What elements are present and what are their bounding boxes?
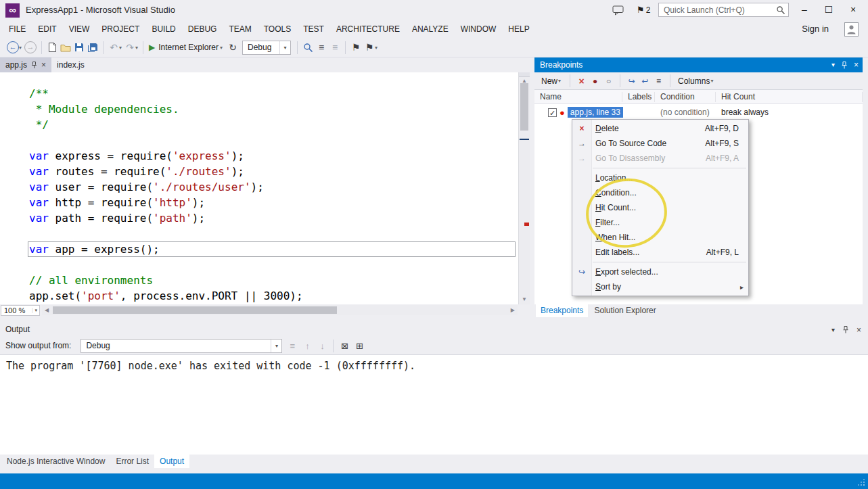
redo-dropdown-icon[interactable]: ▾ <box>135 45 138 51</box>
breakpoints-panel-titlebar[interactable]: Breakpoints ▾ × <box>534 57 863 72</box>
open-file-icon[interactable] <box>59 40 72 55</box>
scroll-left-icon[interactable]: ◀ <box>45 307 49 313</box>
navigate-forward-icon[interactable]: → <box>24 41 37 53</box>
menu-debug[interactable]: DEBUG <box>182 20 223 38</box>
quick-launch-input[interactable] <box>659 3 779 16</box>
columns-button[interactable]: Columns ▾ <box>676 76 716 86</box>
find-message-icon[interactable]: ≡ <box>285 341 300 351</box>
output-source-dropdown[interactable]: Debug ▾ <box>81 339 282 353</box>
menu-window[interactable]: WINDOW <box>455 20 503 38</box>
scrollbar-thumb[interactable] <box>53 306 337 314</box>
breakpoint-label[interactable]: app.js, line 33 <box>568 107 623 118</box>
scroll-down-icon[interactable]: ▼ <box>519 296 530 302</box>
close-panel-icon[interactable]: × <box>856 325 861 335</box>
comment-lines-icon[interactable]: ≡ <box>328 40 342 55</box>
import-breakpoints-icon[interactable]: ↩ <box>639 76 651 86</box>
context-menu-item-filter[interactable]: Filter... <box>572 215 748 230</box>
user-avatar-icon[interactable] <box>844 22 859 37</box>
go-to-source-toolbar-icon[interactable]: ≡ <box>653 76 664 86</box>
column-header-hit-count[interactable]: Hit Count <box>716 92 863 102</box>
redo-icon[interactable]: ↷ <box>123 40 137 55</box>
pin-icon[interactable] <box>841 62 848 69</box>
menu-analyze[interactable]: ANALYZE <box>406 20 455 38</box>
bottom-tab-error-list[interactable]: Error List <box>110 455 154 468</box>
previous-message-icon[interactable]: ↑ <box>300 341 315 351</box>
close-panel-icon[interactable]: × <box>854 57 859 72</box>
menu-tools[interactable]: TOOLS <box>258 20 297 38</box>
output-console[interactable]: The program '[7760] node.exe' has exited… <box>0 354 868 455</box>
context-menu-item-when-hit[interactable]: When Hit... <box>572 230 748 245</box>
menu-view[interactable]: VIEW <box>63 20 96 38</box>
next-bookmark-icon[interactable]: ⚑ <box>363 40 376 55</box>
menu-team[interactable]: TEAM <box>223 20 257 38</box>
search-icon[interactable] <box>776 5 785 15</box>
window-position-icon[interactable]: ▾ <box>831 62 835 68</box>
pin-icon[interactable] <box>31 62 37 69</box>
maximize-button[interactable]: ☐ <box>817 0 841 20</box>
resize-grip[interactable] <box>863 484 865 486</box>
next-message-icon[interactable]: ↓ <box>315 341 329 351</box>
menu-architecture[interactable]: ARCHITECTURE <box>330 20 406 38</box>
context-menu-item-export-selected[interactable]: ↪Export selected... <box>572 264 748 279</box>
pin-icon[interactable] <box>842 326 849 333</box>
save-icon[interactable] <box>72 40 86 55</box>
save-all-icon[interactable] <box>86 40 99 55</box>
delete-all-breakpoints-icon[interactable]: ● <box>589 76 601 86</box>
toggle-bookmark-icon[interactable]: ⚑ <box>349 40 363 55</box>
menu-project[interactable]: PROJECT <box>95 20 145 38</box>
context-menu-item-condition[interactable]: Condition... <box>572 185 748 200</box>
column-header-labels[interactable]: Labels <box>622 92 655 102</box>
editor-tab-index-js[interactable]: index.js <box>51 57 90 72</box>
tool-window-tab-breakpoints[interactable]: Breakpoints <box>536 304 588 317</box>
undo-icon[interactable]: ↶ <box>107 40 120 55</box>
breakpoint-checkbox[interactable]: ✓ <box>548 108 557 117</box>
window-position-icon[interactable]: ▾ <box>831 327 835 333</box>
menu-build[interactable]: BUILD <box>145 20 181 38</box>
splitter-grip[interactable] <box>519 72 530 77</box>
output-panel-titlebar[interactable]: Output ▾ × <box>0 323 868 337</box>
context-menu-item-delete[interactable]: ×DeleteAlt+F9, D <box>572 121 748 136</box>
undo-dropdown-icon[interactable]: ▾ <box>119 45 122 51</box>
bottom-tab-node-js-interactive-window[interactable]: Node.js Interactive Window <box>1 455 110 468</box>
clear-all-icon[interactable]: ⊠ <box>337 341 352 351</box>
scrollbar-thumb[interactable] <box>520 83 528 131</box>
context-menu-item-go-to-source-code[interactable]: →Go To Source CodeAlt+F9, S <box>572 136 748 151</box>
navigate-back-icon[interactable]: ← <box>7 41 19 53</box>
column-header-condition[interactable]: Condition <box>655 92 716 102</box>
breakpoint-row[interactable]: ✓ ● app.js, line 33 (no condition) break… <box>534 106 863 119</box>
context-menu-item-sort-by[interactable]: Sort by▸ <box>572 279 748 294</box>
menu-edit[interactable]: EDIT <box>32 20 62 38</box>
code-editor[interactable]: /** * Module dependencies. */ var expres… <box>0 72 518 304</box>
menu-help[interactable]: HELP <box>502 20 535 38</box>
scroll-right-icon[interactable]: ▶ <box>511 307 515 313</box>
navigate-back-dropdown-icon[interactable]: ▾ <box>19 45 22 51</box>
bookmark-dropdown-icon[interactable]: ▾ <box>375 45 378 51</box>
editor-tab-app-js[interactable]: app.js× <box>0 57 51 72</box>
context-menu-item-hit-count[interactable]: Hit Count... <box>572 200 748 215</box>
solution-configuration-dropdown[interactable]: Debug ▾ <box>242 41 291 55</box>
delete-breakpoint-icon[interactable]: × <box>576 76 587 87</box>
solution-explorer-sync-icon[interactable]: ≡ <box>315 40 328 55</box>
export-breakpoints-icon[interactable]: ↪ <box>626 76 637 86</box>
context-menu-item-edit-labels[interactable]: Edit labels...Alt+F9, L <box>572 245 748 260</box>
word-wrap-icon[interactable]: ⊞ <box>352 341 367 351</box>
tool-window-tab-solution-explorer[interactable]: Solution Explorer <box>589 304 660 317</box>
feedback-icon[interactable] <box>612 5 624 16</box>
bottom-tab-output[interactable]: Output <box>154 455 189 468</box>
sign-in-link[interactable]: Sign in <box>802 20 829 38</box>
new-breakpoint-button[interactable]: New ▾ <box>539 76 564 86</box>
new-file-icon[interactable] <box>45 40 59 55</box>
zoom-selector[interactable]: 100 % ▾ <box>1 305 40 316</box>
menu-file[interactable]: FILE <box>3 20 32 38</box>
browser-dropdown-icon[interactable]: ▾ <box>220 45 223 51</box>
disable-all-breakpoints-icon[interactable]: ○ <box>603 76 614 86</box>
column-header-name[interactable]: Name <box>534 92 622 102</box>
refresh-icon[interactable]: ↻ <box>226 40 239 55</box>
editor-horizontal-scrollbar[interactable]: ◀ ▶ <box>42 305 518 315</box>
editor-vertical-scrollbar[interactable]: ▲ ▼ <box>518 72 530 304</box>
find-in-files-icon[interactable] <box>301 40 315 55</box>
minimize-button[interactable]: – <box>792 0 817 20</box>
close-button[interactable]: × <box>841 0 865 20</box>
close-tab-icon[interactable]: × <box>41 61 46 69</box>
menu-test[interactable]: TEST <box>297 20 330 38</box>
